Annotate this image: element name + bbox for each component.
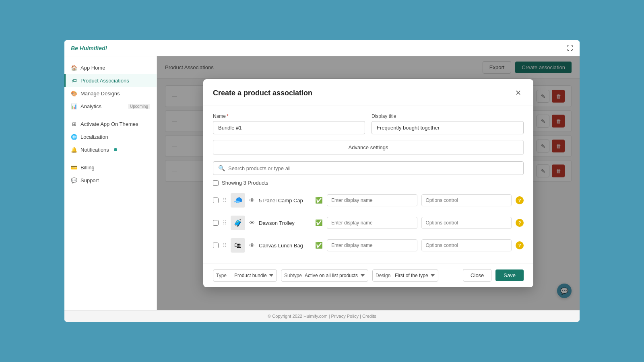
subtype-select-wrapper: Subtype Active on all list products (281, 269, 368, 282)
billing-icon: 💳 (71, 164, 77, 171)
sidebar-item-product-associations[interactable]: 🏷 Product Associations (64, 74, 157, 87)
app-footer: © Copyright 2022 Hulmify.com | Privacy P… (64, 310, 580, 322)
title-be: Be (71, 45, 78, 51)
sidebar-item-app-home[interactable]: 🏠 App Home (64, 61, 157, 74)
product-name: Dawson Trolley (259, 220, 311, 226)
search-icon: 🔍 (218, 165, 225, 171)
product-name: Canvas Lunch Bag (259, 243, 311, 249)
showing-label: Showing 3 Products (222, 180, 268, 186)
sidebar-item-manage-designs[interactable]: 🎨 Manage Designs (64, 87, 157, 100)
product-name: 5 Panel Camp Cap (259, 197, 311, 204)
product-verified-icon: ✅ (315, 197, 323, 204)
name-label: Name* (213, 113, 365, 119)
product-display-name-input[interactable] (327, 194, 417, 206)
modal-title: Create a product association (213, 89, 312, 97)
sidebar-item-notifications[interactable]: 🔔 Notifications (64, 143, 157, 156)
search-bar: 🔍 (213, 161, 524, 175)
upcoming-badge: Upcoming (128, 104, 150, 109)
sidebar-item-analytics[interactable]: 📊 Analytics Upcoming (64, 100, 157, 113)
close-button[interactable]: Close (463, 269, 491, 282)
modal-footer: Type Product bundle Subtype Active on al… (203, 263, 533, 287)
sidebar-item-support[interactable]: 💬 Support (64, 174, 157, 187)
drag-handle-icon[interactable]: ⠿ (223, 220, 227, 226)
search-input[interactable] (228, 165, 518, 171)
display-title-label: Display title (372, 113, 524, 119)
product-row: ⠿ 🧳 👁 Dawson Trolley ✅ ? (213, 213, 524, 232)
create-product-association-modal: Create a product association ✕ Name* (203, 79, 533, 287)
home-icon: 🏠 (71, 64, 77, 71)
product-row: ⠿ 🧢 👁 5 Panel Camp Cap ✅ ? (213, 191, 524, 210)
copyright-text: © Copyright 2022 Hulmify.com | Privacy P… (268, 314, 376, 319)
support-icon: 💬 (71, 177, 77, 183)
product-verified-icon: ✅ (315, 219, 323, 226)
modal-overlay[interactable]: Create a product association ✕ Name* (157, 56, 580, 310)
sidebar-item-label: Product Associations (80, 78, 129, 84)
visibility-icon[interactable]: 👁 (249, 242, 255, 249)
save-button[interactable]: Save (495, 269, 524, 281)
sidebar-item-label: Notifications (80, 147, 109, 153)
notification-badge (114, 148, 117, 151)
sidebar-item-label: Analytics (80, 103, 101, 109)
sidebar-item-label: Activate App On Themes (80, 121, 138, 127)
product-thumbnail: 🧢 (231, 193, 245, 208)
sidebar: 🏠 App Home 🏷 Product Associations 🎨 Mana… (64, 56, 157, 310)
product-options-input[interactable] (421, 194, 512, 206)
product-verified-icon: ✅ (315, 242, 323, 249)
modal-close-button[interactable]: ✕ (512, 87, 524, 99)
product-options-input[interactable] (421, 239, 512, 251)
visibility-icon[interactable]: 👁 (249, 197, 255, 204)
tag-icon: 🏷 (71, 77, 77, 84)
main-content: Product Associations Export Create assoc… (157, 56, 580, 310)
sidebar-item-billing[interactable]: 💳 Billing (64, 161, 157, 174)
subtype-select[interactable]: Active on all list products (281, 269, 368, 282)
product-display-name-input[interactable] (327, 217, 417, 229)
showing-row: Showing 3 Products (213, 180, 524, 186)
product-options-input[interactable] (421, 217, 512, 229)
name-input[interactable] (213, 121, 365, 134)
drag-handle-icon[interactable]: ⠿ (223, 197, 227, 204)
sidebar-item-label: Localization (80, 134, 108, 140)
expand-icon[interactable]: ⛶ (567, 45, 573, 52)
drag-handle-icon[interactable]: ⠿ (223, 242, 227, 249)
product-thumbnail: 🧳 (231, 216, 245, 230)
display-title-input[interactable] (372, 121, 524, 134)
product-checkbox[interactable] (213, 197, 219, 203)
activate-icon: ⊞ (71, 121, 77, 127)
localization-icon: 🌐 (71, 134, 77, 140)
sidebar-item-label: App Home (80, 65, 105, 71)
analytics-icon: 📊 (71, 103, 77, 109)
form-name-row: Name* Display title (213, 113, 524, 134)
design-icon: 🎨 (71, 90, 77, 97)
type-select[interactable]: Product bundle (213, 269, 277, 282)
modal-body: Name* Display title Advance settings (203, 105, 533, 263)
visibility-icon[interactable]: 👁 (249, 220, 255, 226)
product-list: ⠿ 🧢 👁 5 Panel Camp Cap ✅ ? (213, 191, 524, 255)
sidebar-item-activate-app[interactable]: ⊞ Activate App On Themes (64, 117, 157, 130)
form-group-name: Name* (213, 113, 365, 134)
app-title: Be Hulmified! (71, 45, 107, 51)
form-group-display-title: Display title (372, 113, 524, 134)
app-titlebar: Be Hulmified! ⛶ (64, 40, 580, 56)
product-display-name-input[interactable] (327, 239, 417, 251)
product-checkbox[interactable] (213, 243, 219, 248)
sidebar-item-localization[interactable]: 🌐 Localization (64, 130, 157, 143)
product-thumbnail: 🛍 (231, 238, 245, 253)
help-icon[interactable]: ? (516, 241, 524, 249)
bell-icon: 🔔 (71, 146, 77, 153)
sidebar-item-label: Billing (80, 165, 95, 171)
sidebar-item-label: Support (80, 177, 99, 183)
sidebar-item-label: Manage Designs (80, 90, 120, 97)
design-select[interactable]: First of the type (372, 269, 438, 282)
title-name: Hulmified! (80, 45, 107, 51)
type-select-wrapper: Type Product bundle (213, 269, 277, 282)
product-row: ⠿ 🛍 👁 Canvas Lunch Bag ✅ ? (213, 236, 524, 255)
app-window: Be Hulmified! ⛶ 🏠 App Home 🏷 Product Ass… (64, 40, 580, 322)
help-icon[interactable]: ? (516, 196, 524, 204)
product-checkbox[interactable] (213, 220, 219, 226)
help-icon[interactable]: ? (516, 219, 524, 227)
app-body: 🏠 App Home 🏷 Product Associations 🎨 Mana… (64, 56, 580, 310)
design-select-wrapper: Design First of the type (372, 269, 438, 282)
modal-header: Create a product association ✕ (203, 79, 533, 105)
advance-settings-button[interactable]: Advance settings (213, 140, 524, 155)
select-all-checkbox[interactable] (213, 180, 219, 186)
